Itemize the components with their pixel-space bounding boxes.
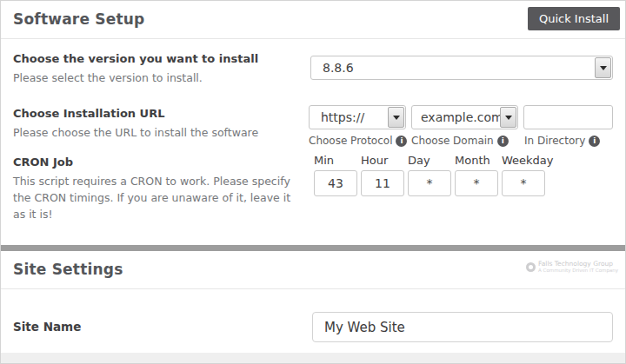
chevron-down-icon[interactable]	[595, 57, 611, 78]
section-divider	[1, 245, 625, 251]
directory-caption: In Directory i	[524, 135, 600, 147]
site-settings-section: Site Settings Falls Technology Group A C…	[1, 251, 625, 353]
cron-weekday-input[interactable]	[502, 170, 545, 196]
cron-row-text: CRON Job This script requires a CRON to …	[13, 154, 314, 222]
cron-field-weekday: Weekday	[502, 154, 545, 196]
cron-month-input[interactable]	[455, 170, 498, 196]
installation-url-controls: https:// example.com Choose Protocol i	[309, 105, 613, 147]
domain-select[interactable]: example.com	[411, 105, 518, 129]
domain-selected-value: example.com	[421, 110, 503, 124]
site-name-label: Site Name	[13, 312, 312, 342]
version-selected-value: 8.8.6	[323, 61, 354, 75]
version-select[interactable]: 8.8.6	[310, 56, 613, 80]
cron-field-day: Day	[408, 154, 451, 196]
version-description: Please select the version to install.	[13, 69, 300, 86]
site-name-row: Site Name	[1, 289, 625, 342]
version-row-control: 8.8.6	[310, 50, 613, 86]
version-label: Choose the version you want to install	[13, 50, 300, 68]
info-icon[interactable]: i	[396, 136, 407, 147]
cron-field-min: Min	[314, 154, 357, 196]
watermark-text: Falls Technology Group A Community Drive…	[538, 260, 618, 274]
cron-controls: Min Hour Day Month	[314, 154, 613, 222]
site-settings-header: Site Settings Falls Technology Group A C…	[1, 251, 625, 289]
watermark-company-name: Falls Technology Group	[538, 260, 618, 268]
cron-description: This script requires a CRON to work. Ple…	[13, 173, 303, 222]
cron-label: CRON Job	[13, 154, 303, 171]
cron-field-month: Month	[455, 154, 498, 196]
installer-page: Software Setup Quick Install Choose the …	[0, 0, 626, 364]
installation-url-label: Choose Installation URL	[13, 105, 298, 122]
installation-url-row: Choose Installation URL Please choose th…	[13, 105, 613, 147]
watermark-tagline: A Community Driven IT Company	[538, 268, 618, 274]
cron-hour-input[interactable]	[361, 170, 404, 196]
protocol-selected-value: https://	[321, 110, 364, 124]
chevron-down-icon[interactable]	[500, 107, 516, 128]
version-row: Choose the version you want to install P…	[13, 50, 613, 86]
url-captions: Choose Protocol i Choose Domain i In Dir…	[309, 135, 613, 147]
directory-input[interactable]	[523, 105, 613, 129]
software-setup-form: Choose the version you want to install P…	[1, 39, 625, 222]
company-watermark: Falls Technology Group A Community Drive…	[526, 260, 618, 274]
cron-field-hour: Hour	[361, 154, 404, 196]
info-icon[interactable]: i	[497, 136, 509, 147]
installation-url-description: Please choose the URL to install the sof…	[13, 124, 298, 141]
section-title-site-settings: Site Settings	[13, 261, 613, 278]
cron-row: CRON Job This script requires a CRON to …	[13, 154, 613, 222]
version-row-text: Choose the version you want to install P…	[13, 50, 310, 86]
info-icon[interactable]: i	[589, 136, 600, 147]
section-title-software-setup: Software Setup	[13, 10, 613, 28]
site-name-input[interactable]	[312, 312, 613, 342]
chevron-down-icon[interactable]	[388, 107, 404, 128]
protocol-select[interactable]: https://	[309, 105, 406, 129]
cron-min-input[interactable]	[314, 170, 357, 196]
installation-url-row-text: Choose Installation URL Please choose th…	[13, 105, 309, 147]
domain-caption: Choose Domain i	[411, 135, 524, 147]
protocol-caption: Choose Protocol i	[309, 135, 411, 147]
company-logo-icon	[526, 262, 536, 272]
quick-install-button[interactable]: Quick Install	[528, 7, 620, 30]
cron-day-input[interactable]	[408, 170, 451, 196]
software-setup-header: Software Setup Quick Install	[1, 1, 625, 39]
software-setup-section: Software Setup Quick Install Choose the …	[1, 1, 625, 245]
